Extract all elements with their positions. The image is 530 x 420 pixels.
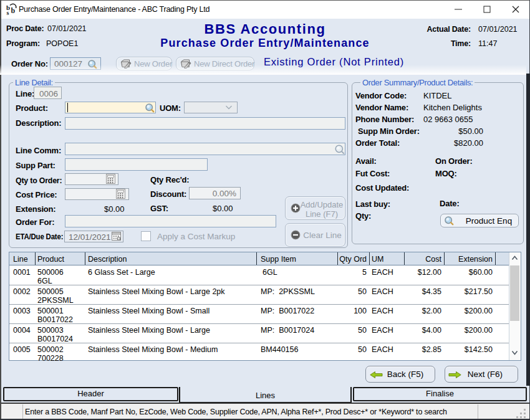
svg-text:b: b [11,6,16,15]
svg-text:s: s [7,9,9,16]
